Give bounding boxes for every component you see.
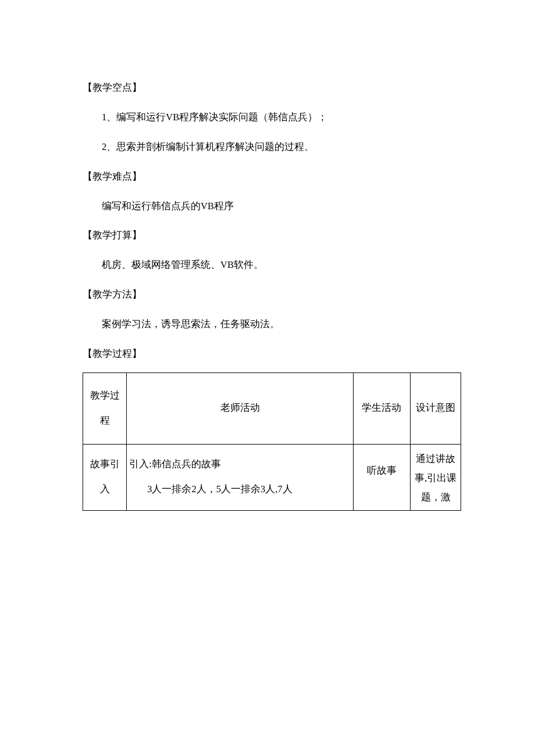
section-method: 【教学方法】 案例学习法，诱导思索法，任务驱动法。 — [83, 282, 452, 337]
cell-process-1: 故事引入 — [83, 444, 127, 510]
cell-teacher-1: 引入:韩信点兵的故事 3人一排余2人，5人一排余3人,7人 — [127, 444, 354, 510]
teacher-line-2: 3人一排余2人，5人一排余3人,7人 — [128, 477, 349, 502]
th-intent: 设计意图 — [411, 372, 461, 444]
heading-key-points: 【教学空点】 — [83, 76, 452, 101]
heading-process: 【教学过程】 — [83, 342, 452, 367]
section-difficulty: 【教学难点】 编写和运行韩信点兵的VB程序 — [83, 164, 452, 219]
table-row: 故事引入 引入:韩信点兵的故事 3人一排余2人，5人一排余3人,7人 听故事 通… — [83, 444, 461, 510]
heading-prep: 【教学打算】 — [83, 223, 452, 248]
section-process: 【教学过程】 教学过程 老师活动 学生活动 设计意图 故事引入 引入:韩信点兵的… — [83, 342, 452, 511]
key-point-2: 2、思索并剖析编制计算机程序解决问题的过程。 — [83, 135, 452, 160]
teacher-line-1: 引入:韩信点兵的故事 — [128, 458, 221, 470]
document-page: 【教学空点】 1、编写和运行VB程序解决实际问题（韩信点兵）； 2、思索并剖析编… — [0, 0, 535, 511]
key-point-1: 1、编写和运行VB程序解决实际问题（韩信点兵）； — [83, 105, 452, 130]
heading-method: 【教学方法】 — [83, 282, 452, 307]
method-body: 案例学习法，诱导思索法，任务驱动法。 — [83, 312, 452, 337]
difficulty-body: 编写和运行韩信点兵的VB程序 — [83, 194, 452, 219]
process-table: 教学过程 老师活动 学生活动 设计意图 故事引入 引入:韩信点兵的故事 3人一排… — [83, 372, 461, 511]
section-key-points: 【教学空点】 1、编写和运行VB程序解决实际问题（韩信点兵）； 2、思索并剖析编… — [83, 76, 452, 160]
heading-difficulty: 【教学难点】 — [83, 164, 452, 189]
th-student: 学生活动 — [353, 372, 410, 444]
th-teacher: 老师活动 — [127, 372, 354, 444]
cell-student-1: 听故事 — [353, 444, 410, 510]
prep-body: 机房、极域网络管理系统、VB软件。 — [83, 253, 452, 278]
th-process: 教学过程 — [83, 372, 127, 444]
section-prep: 【教学打算】 机房、极域网络管理系统、VB软件。 — [83, 223, 452, 278]
cell-intent-1: 通过讲故事,引出课题，激 — [411, 444, 461, 510]
table-header-row: 教学过程 老师活动 学生活动 设计意图 — [83, 372, 461, 444]
